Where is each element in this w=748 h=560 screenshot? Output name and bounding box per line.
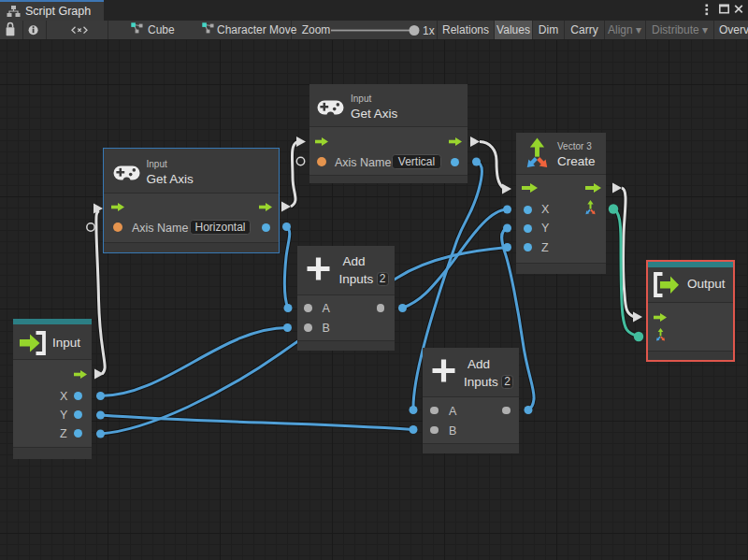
svg-text:1x: 1x [423, 24, 435, 37]
